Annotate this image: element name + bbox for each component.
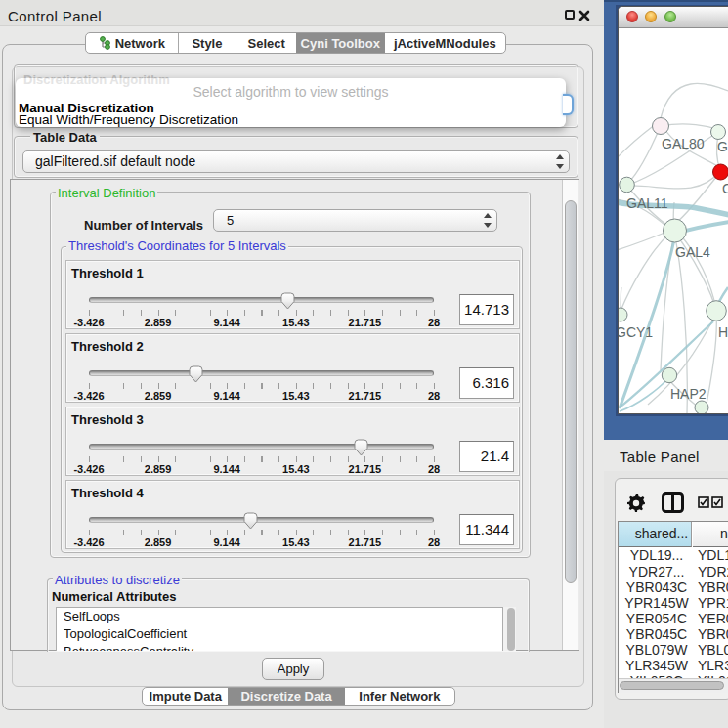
svg-text:GAL11: GAL11	[626, 195, 668, 211]
svg-text:G.: G.	[717, 139, 728, 154]
svg-text:GAL4: GAL4	[675, 244, 710, 260]
svg-text:H: H	[718, 324, 728, 340]
svg-text:GAL80: GAL80	[662, 136, 705, 151]
svg-text:GCY1: GCY1	[619, 324, 653, 340]
svg-text:C: C	[722, 181, 728, 196]
svg-text:HAP2: HAP2	[670, 386, 707, 402]
